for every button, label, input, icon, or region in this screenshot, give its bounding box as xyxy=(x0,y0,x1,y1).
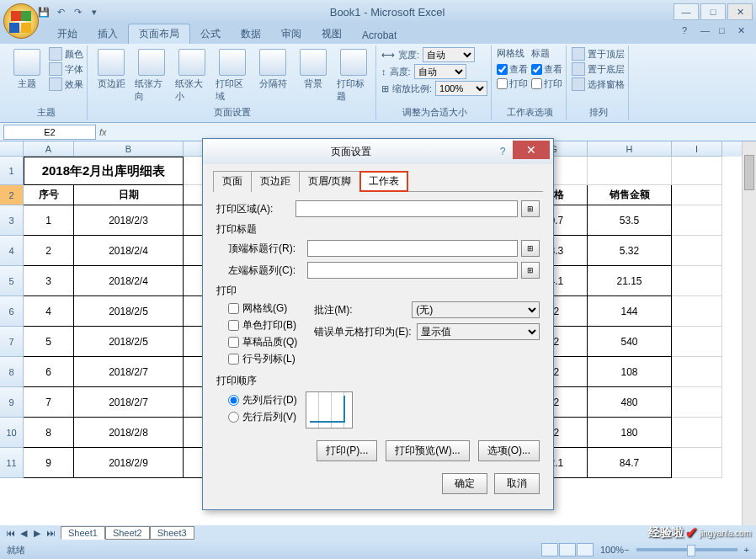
cell[interactable] xyxy=(672,418,722,448)
dialog-help-icon[interactable]: ? xyxy=(492,146,513,157)
cancel-button[interactable]: 取消 xyxy=(494,473,540,494)
select-all-corner[interactable] xyxy=(0,141,24,157)
sheet-title-cell[interactable]: 2018年2月出库明细表 xyxy=(24,157,184,185)
qat-dropdown-icon[interactable]: ▾ xyxy=(88,5,101,19)
cell[interactable] xyxy=(672,448,722,478)
cell[interactable]: 2018/2/5 xyxy=(74,327,184,357)
width-select[interactable]: 自动 xyxy=(423,47,475,62)
office-button[interactable] xyxy=(3,3,39,39)
leftcols-ref-button[interactable]: ⊞ xyxy=(521,262,540,279)
cell[interactable]: 8 xyxy=(24,418,74,448)
vertical-scrollbar[interactable] xyxy=(742,141,756,525)
tab-formulas[interactable]: 公式 xyxy=(190,24,231,44)
cell[interactable] xyxy=(672,236,722,266)
normal-view-button[interactable] xyxy=(541,543,558,556)
header-cell[interactable]: 销售金额 xyxy=(588,185,672,205)
row-header[interactable]: 3 xyxy=(0,205,24,236)
cell[interactable]: 2018/2/8 xyxy=(74,418,184,448)
printarea-ref-button[interactable]: ⊞ xyxy=(521,200,540,217)
row-header[interactable]: 1 xyxy=(0,157,24,185)
size-button[interactable]: 纸张大小 xyxy=(173,47,210,104)
cell[interactable]: 5.32 xyxy=(588,236,672,266)
leftcols-input[interactable] xyxy=(307,262,518,279)
gridlines-checkbox[interactable] xyxy=(228,303,239,314)
comments-select[interactable]: (无) xyxy=(412,301,540,318)
scale-select[interactable]: 100% xyxy=(435,81,487,96)
prev-sheet-icon[interactable]: ◀ xyxy=(17,528,30,539)
close-workbook-icon[interactable]: ✕ xyxy=(737,25,751,39)
tab-acrobat[interactable]: Acrobat xyxy=(352,27,407,44)
help-icon[interactable]: ? xyxy=(682,25,695,39)
errors-select[interactable]: 显示值 xyxy=(417,323,540,340)
col-header[interactable]: A xyxy=(24,141,74,157)
next-sheet-icon[interactable]: ▶ xyxy=(30,528,44,539)
row-header[interactable]: 4 xyxy=(0,236,24,266)
save-icon[interactable]: 💾 xyxy=(37,5,51,19)
tab-pagelayout[interactable]: 页面布局 xyxy=(128,24,190,44)
cell[interactable] xyxy=(672,266,722,296)
col-header[interactable]: H xyxy=(588,141,672,157)
dialog-close-button[interactable]: ✕ xyxy=(513,141,550,159)
cell[interactable]: 2018/2/7 xyxy=(74,357,184,387)
tab-insert[interactable]: 插入 xyxy=(88,24,128,44)
fx-icon[interactable]: fx xyxy=(99,127,107,137)
row-header[interactable]: 2 xyxy=(0,185,24,205)
toprows-input[interactable] xyxy=(307,240,518,257)
pagelayout-view-button[interactable] xyxy=(559,543,576,556)
zoom-slider[interactable] xyxy=(636,548,737,551)
tab-review[interactable]: 审阅 xyxy=(271,24,311,44)
row-header[interactable]: 11 xyxy=(0,448,24,478)
toprows-ref-button[interactable]: ⊞ xyxy=(521,240,540,257)
margins-button[interactable]: 页边距 xyxy=(93,47,130,92)
dialog-tab-margins[interactable]: 页边距 xyxy=(251,171,300,192)
cell[interactable]: 5 xyxy=(24,327,74,357)
cell[interactable]: 144 xyxy=(588,296,672,327)
cell[interactable]: 2018/2/7 xyxy=(74,387,184,418)
cell[interactable]: 6 xyxy=(24,357,74,387)
col-header[interactable]: B xyxy=(74,141,184,157)
headings-view-checkbox[interactable] xyxy=(531,64,542,75)
headings-print-checkbox[interactable] xyxy=(531,78,542,89)
cell[interactable]: 2018/2/5 xyxy=(74,296,184,327)
tab-view[interactable]: 视图 xyxy=(311,24,352,44)
printarea-input[interactable] xyxy=(295,200,518,217)
zoom-out-icon[interactable]: − xyxy=(624,545,629,555)
name-box[interactable]: E2 xyxy=(3,125,96,140)
close-button[interactable]: ✕ xyxy=(727,3,753,20)
gridlines-view-checkbox[interactable] xyxy=(497,64,508,75)
cell[interactable]: 9 xyxy=(24,448,74,478)
row-header[interactable]: 10 xyxy=(0,418,24,448)
cell[interactable] xyxy=(672,205,722,236)
header-cell[interactable]: 日期 xyxy=(74,185,184,205)
gridlines-print-checkbox[interactable] xyxy=(497,78,508,89)
first-sheet-icon[interactable]: ⏮ xyxy=(3,528,17,539)
cell[interactable]: 2018/2/3 xyxy=(74,205,184,236)
sheet-tab[interactable]: Sheet1 xyxy=(61,526,105,540)
cell[interactable]: 2018/2/4 xyxy=(74,236,184,266)
print-button[interactable]: 打印(P)... xyxy=(317,440,377,461)
breaks-button[interactable]: 分隔符 xyxy=(254,47,291,92)
sheet-tab[interactable]: Sheet3 xyxy=(150,526,194,540)
cell[interactable]: 2018/2/4 xyxy=(74,266,184,296)
dialog-tab-headerfooter[interactable]: 页眉/页脚 xyxy=(299,171,360,192)
zoom-in-icon[interactable]: + xyxy=(744,545,749,555)
col-header[interactable]: I xyxy=(672,141,722,157)
printarea-button[interactable]: 打印区域 xyxy=(214,47,251,104)
downover-radio[interactable] xyxy=(228,395,239,406)
cell[interactable] xyxy=(672,185,722,205)
row-header[interactable]: 6 xyxy=(0,296,24,327)
cell[interactable] xyxy=(672,327,722,357)
row-header[interactable]: 8 xyxy=(0,357,24,387)
bring-front-button[interactable]: 置于顶层 xyxy=(572,47,625,61)
row-header[interactable]: 9 xyxy=(0,387,24,418)
theme-colors-button[interactable]: 颜色 xyxy=(49,47,83,61)
options-button[interactable]: 选项(O)... xyxy=(478,440,540,461)
rowcol-checkbox[interactable] xyxy=(228,354,239,365)
dialog-tab-sheet[interactable]: 工作表 xyxy=(359,171,408,192)
cell[interactable]: 108 xyxy=(588,357,672,387)
overdown-radio[interactable] xyxy=(228,412,239,423)
zoom-level[interactable]: 100% xyxy=(600,545,624,555)
background-button[interactable]: 背景 xyxy=(295,47,332,92)
bw-checkbox[interactable] xyxy=(228,320,239,331)
restore-window-icon[interactable]: □ xyxy=(719,25,732,39)
